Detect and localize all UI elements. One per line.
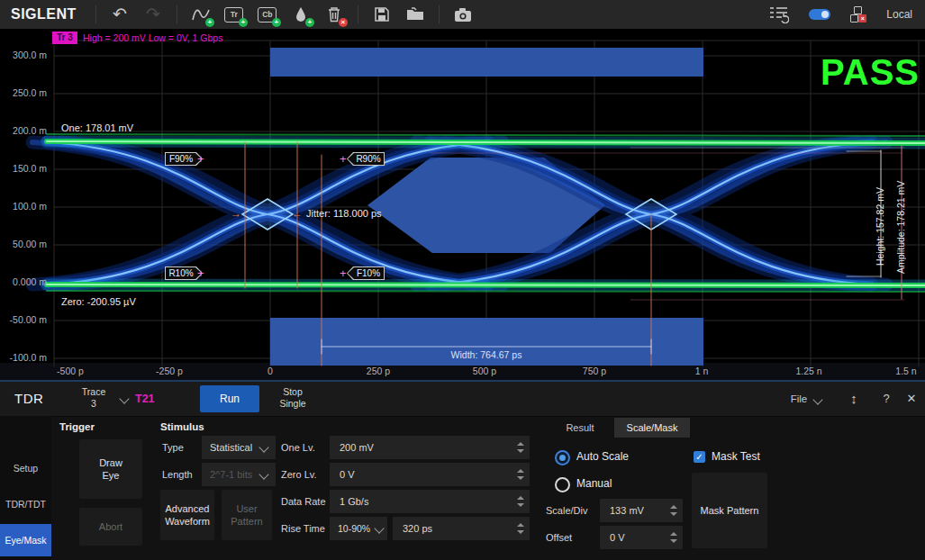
length-label: Length	[162, 463, 193, 486]
stop-single-button[interactable]: Stop Single	[267, 386, 319, 410]
offset-label: Offset	[546, 526, 572, 549]
chevron-down-icon	[258, 469, 268, 479]
tab-scale-mask[interactable]: Scale/Mask	[614, 418, 690, 438]
tab-result[interactable]: Result	[546, 418, 614, 438]
toolbar-separator	[358, 5, 358, 23]
abort-button[interactable]: Abort	[79, 508, 142, 546]
add-trace-icon[interactable]: Tr	[224, 5, 244, 24]
scale-div-field[interactable]: 133 mV	[600, 499, 683, 522]
offset-field[interactable]: 0 V	[600, 526, 683, 549]
data-rate-field[interactable]: 1 Gb/s	[330, 490, 530, 513]
control-bar: TDR Trace 3 T21 Run Stop Single File ↕ ?…	[0, 382, 925, 417]
f10-flag: F10%	[347, 266, 385, 280]
jitter-arrow-right-icon: →	[231, 208, 241, 220]
trigger-header: Trigger	[59, 421, 95, 432]
y-tick-label: -50.00 m	[0, 314, 47, 325]
add-waveform-icon[interactable]	[191, 5, 211, 24]
y-tick-label: 150.0 m	[0, 163, 47, 174]
spinner[interactable]	[516, 436, 525, 459]
screenshot-camera-icon[interactable]	[453, 5, 473, 24]
rise-time-field[interactable]: 320 ps	[393, 517, 530, 540]
spinner[interactable]	[669, 499, 678, 522]
network-error-icon[interactable]	[850, 6, 866, 23]
marker-cross-icon: +	[340, 267, 347, 279]
auto-scale-label: Auto Scale	[576, 445, 629, 468]
toolbar-right-group: Local	[769, 0, 925, 29]
chevron-down-icon	[258, 442, 268, 452]
type-dropdown[interactable]: Statistical	[202, 436, 276, 459]
mask-test-pass-status: PASS	[813, 52, 920, 92]
spinner[interactable]	[669, 526, 678, 549]
plus-badge-icon	[305, 18, 314, 27]
x-tick-label: -500 p	[34, 366, 106, 376]
close-icon[interactable]: ✕	[902, 382, 920, 416]
amplitude-annotation: Amplitude: 178.21 mV	[895, 141, 906, 312]
length-dropdown[interactable]: 2^7-1 bits	[202, 463, 276, 486]
stimulus-header: Stimulus	[160, 421, 204, 432]
rise-range-dropdown[interactable]: 10-90%	[330, 517, 387, 540]
tab-eye-mask[interactable]: Eye/Mask	[0, 524, 51, 556]
one-level-field[interactable]: 200 mV	[330, 436, 530, 459]
advanced-waveform-button[interactable]: Advanced Waveform	[160, 490, 214, 540]
caret-up-icon	[517, 523, 524, 527]
spinner[interactable]	[516, 490, 525, 513]
trace-badge[interactable]: Tr 3	[52, 32, 77, 44]
x-tick-label: 500 p	[449, 366, 521, 376]
error-badge-icon	[858, 14, 866, 23]
zero-level-annotation: Zero: -200.95 µV	[61, 296, 136, 307]
zero-level-field[interactable]: 0 V	[330, 463, 530, 486]
jitter-arrow-left-icon: ←	[292, 208, 303, 220]
auto-scale-radio[interactable]	[555, 450, 570, 465]
trace-info: High = 200 mV Low = 0V, 1 Gbps	[83, 32, 222, 44]
trace-id-label: T21	[135, 382, 155, 416]
redo-icon[interactable]: ↷	[143, 5, 163, 24]
expand-collapse-icon[interactable]: ↕	[845, 382, 863, 416]
user-pattern-button[interactable]: User Pattern	[222, 490, 272, 540]
file-menu[interactable]: File	[785, 382, 812, 416]
caret-up-icon	[670, 532, 677, 536]
open-folder-icon[interactable]	[405, 5, 425, 24]
y-tick-label: -100.0 m	[0, 352, 47, 363]
tab-setup[interactable]: Setup	[0, 452, 51, 484]
x-tick-label: -250 p	[133, 366, 205, 376]
plus-badge-icon	[239, 18, 248, 27]
y-tick-label: 300.0 m	[0, 50, 47, 60]
caret-down-icon	[517, 476, 524, 480]
spinner[interactable]	[516, 463, 525, 486]
undo-icon[interactable]: ↶	[110, 5, 130, 24]
spinner[interactable]	[516, 517, 525, 540]
one-level-label: One Lv.	[281, 436, 315, 459]
chevron-down-icon[interactable]	[812, 394, 822, 404]
x-badge-icon	[339, 18, 348, 27]
x-tick-label: 250 p	[342, 366, 414, 376]
top-toolbar: SIGLENT ↶ ↷ Tr Cb	[0, 0, 925, 29]
marker-cross-icon: +	[340, 153, 347, 165]
caret-up-icon	[517, 469, 524, 473]
caret-down-icon	[517, 530, 524, 534]
toolbar-separator	[95, 5, 96, 23]
mask-test-checkbox[interactable]	[694, 451, 705, 463]
add-codebook-icon[interactable]: Cb	[258, 5, 277, 24]
chevron-down-icon[interactable]	[119, 393, 129, 403]
add-probe-icon[interactable]	[291, 5, 311, 24]
save-icon[interactable]	[372, 5, 392, 24]
manual-label: Manual	[576, 472, 612, 495]
caret-down-icon	[517, 503, 524, 507]
draw-eye-button[interactable]: Draw Eye	[79, 439, 142, 499]
y-tick-label: 50.00 m	[0, 239, 47, 249]
manual-radio[interactable]	[555, 477, 570, 492]
x-tick-label: 0	[234, 366, 306, 376]
rise-time-label: Rise Time	[281, 517, 325, 540]
task-list-icon[interactable]	[769, 5, 789, 24]
mask-pattern-button[interactable]: Mask Pattern	[692, 473, 767, 548]
y-tick-label: 100.0 m	[0, 201, 47, 212]
remote-toggle[interactable]	[809, 9, 830, 20]
trace-selector[interactable]: Trace 3	[70, 386, 117, 410]
help-icon[interactable]: ?	[877, 382, 895, 416]
x-tick-label: 1 n	[666, 366, 738, 376]
tab-tdr-tdt[interactable]: TDR/TDT	[0, 488, 51, 520]
y-tick-label: 200.0 m	[0, 125, 47, 136]
local-status: Local	[886, 8, 912, 21]
run-button[interactable]: Run	[200, 385, 259, 412]
delete-icon[interactable]	[324, 5, 344, 24]
